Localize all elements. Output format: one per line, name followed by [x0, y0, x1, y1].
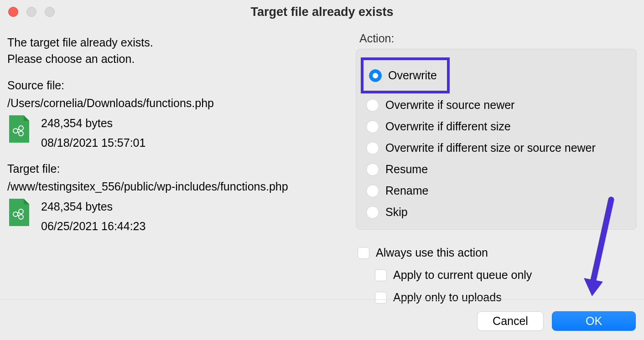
radio-icon[interactable]	[366, 99, 379, 112]
source-label: Source file:	[7, 79, 347, 92]
radio-overwrite-newer[interactable]: Overwrite if source newer	[364, 94, 628, 116]
source-path: /Users/cornelia/Downloads/functions.php	[7, 97, 347, 110]
radio-icon[interactable]	[366, 120, 379, 133]
radio-resume[interactable]: Resume	[364, 159, 628, 180]
action-box: Overwrite Overwrite if source newer Over…	[356, 49, 637, 230]
right-panel: Action: Overwrite Overwrite if source ne…	[356, 32, 637, 309]
radio-icon[interactable]	[366, 206, 379, 219]
intro-line1: The target file already exists.	[7, 35, 347, 51]
check-apply-queue[interactable]: Apply to current queue only	[373, 264, 637, 286]
radio-overwrite[interactable]: Overwrite	[367, 65, 439, 86]
footer-buttons: Cancel OK	[477, 311, 636, 331]
check-apply-uploads[interactable]: Apply only to uploads	[373, 286, 637, 309]
target-path: /www/testingsitex_556/public/wp-includes…	[7, 180, 347, 193]
radio-skip[interactable]: Skip	[364, 201, 628, 223]
radio-icon[interactable]	[366, 163, 379, 176]
check-always-use[interactable]: Always use this action	[356, 242, 637, 264]
ok-button[interactable]: OK	[552, 311, 636, 331]
maximize-icon	[45, 7, 55, 17]
radio-rename[interactable]: Rename	[364, 180, 628, 201]
target-date: 06/25/2021 16:44:23	[41, 216, 145, 236]
intro-text: The target file already exists. Please c…	[7, 35, 347, 67]
left-panel: The target file already exists. Please c…	[7, 32, 347, 309]
radio-icon[interactable]	[366, 142, 379, 155]
checkbox-icon[interactable]	[375, 292, 387, 304]
checkbox-icon[interactable]	[358, 247, 369, 259]
minimize-icon	[26, 7, 36, 17]
radio-label: Overwrite if different size	[385, 120, 511, 133]
source-date: 08/18/2021 15:57:01	[41, 133, 145, 153]
radio-icon[interactable]	[366, 185, 379, 197]
action-label: Action:	[359, 32, 637, 45]
cancel-button[interactable]: Cancel	[477, 311, 544, 331]
titlebar: Target file already exists	[0, 0, 644, 24]
check-label: Apply to current queue only	[393, 268, 532, 282]
check-label: Apply only to uploads	[393, 291, 502, 304]
file-icon	[7, 199, 29, 226]
radio-overwrite-size-newer[interactable]: Overwrite if different size or source ne…	[364, 137, 628, 159]
radio-label: Resume	[385, 163, 428, 176]
source-meta: 248,354 bytes 08/18/2021 15:57:01	[41, 113, 145, 152]
highlight-overwrite: Overwrite	[361, 57, 450, 93]
radio-label: Overwrite if source newer	[385, 98, 514, 112]
radio-label: Rename	[385, 184, 429, 197]
intro-line2: Please choose an action.	[7, 51, 347, 67]
radio-label: Overwrite	[388, 69, 437, 82]
checks-group: Always use this action Apply to current …	[356, 242, 637, 309]
window-title: Target file already exists	[0, 5, 644, 19]
target-label: Target file:	[7, 162, 347, 175]
close-icon[interactable]	[8, 7, 18, 17]
radio-label: Overwrite if different size or source ne…	[385, 141, 596, 155]
radio-icon[interactable]	[369, 69, 382, 82]
target-size: 248,354 bytes	[41, 197, 145, 216]
target-fileinfo: 248,354 bytes 06/25/2021 16:44:23	[7, 197, 347, 236]
target-meta: 248,354 bytes 06/25/2021 16:44:23	[41, 197, 145, 236]
check-label: Always use this action	[376, 246, 488, 259]
source-fileinfo: 248,354 bytes 08/18/2021 15:57:01	[7, 113, 347, 152]
footer-divider	[0, 299, 644, 300]
file-icon	[7, 115, 29, 143]
source-size: 248,354 bytes	[41, 113, 145, 133]
dialog-content: The target file already exists. Please c…	[0, 24, 644, 309]
radio-label: Skip	[385, 206, 408, 219]
checkbox-icon[interactable]	[375, 269, 387, 281]
radio-overwrite-size[interactable]: Overwrite if different size	[364, 116, 628, 137]
traffic-lights	[8, 7, 55, 17]
